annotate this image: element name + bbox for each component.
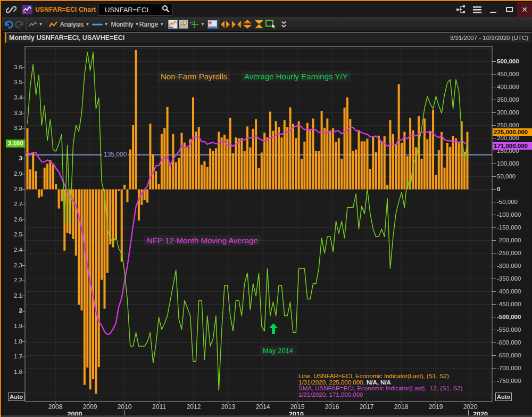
- nfp-bar: [426, 139, 428, 189]
- nfp-bar: [32, 152, 34, 189]
- chevron-down-icon: ▼: [39, 22, 43, 27]
- right-axis-label: -550,000: [497, 326, 521, 333]
- right-axis-label: 100,000: [497, 160, 519, 167]
- nfp-bar: [452, 136, 454, 189]
- chart-mode-icon[interactable]: [167, 17, 179, 31]
- compress-horizontal-icon[interactable]: [231, 17, 242, 31]
- maximize-button[interactable]: [501, 2, 517, 17]
- nfp-bar: [212, 151, 214, 190]
- chart-area[interactable]: 3.63.53.43.33.23.132.92.82.72.62.52.42.3…: [4, 32, 532, 417]
- annotation-avg-hourly-earnings[interactable]: Average Hourly Earnings Y/Y: [241, 71, 351, 81]
- interval-dropdown[interactable]: Monthly ▼: [110, 17, 140, 31]
- right-axis-label: 450,000: [497, 71, 519, 77]
- nfp-bar: [249, 148, 251, 190]
- left-axis-label: 2.8: [9, 186, 22, 192]
- crosshair-dropdown[interactable]: ▼: [189, 17, 206, 31]
- nfp-bar: [378, 136, 380, 190]
- x-axis-year-label: 2016: [325, 403, 339, 411]
- compress-vertical-icon[interactable]: [254, 17, 264, 31]
- add-window-icon[interactable]: [206, 17, 218, 31]
- nfp-bar: [78, 190, 80, 305]
- right-axis-auto-button[interactable]: Auto: [495, 393, 512, 401]
- minimize-button[interactable]: [485, 2, 501, 17]
- x-axis-year-label: 2015: [290, 403, 305, 411]
- nfp-bar: [58, 190, 60, 209]
- search-input[interactable]: [98, 6, 159, 14]
- x-axis-year-label: 2012: [187, 403, 201, 411]
- nfp-bar: [118, 190, 120, 191]
- nfp-bar: [369, 169, 371, 189]
- nfp-bar: [66, 190, 69, 233]
- line-style-dropdown[interactable]: ▼: [90, 17, 110, 31]
- nfp-bar: [269, 112, 271, 190]
- left-axis-label: 3: [9, 155, 22, 161]
- right-axis-label: -750,000: [497, 378, 521, 384]
- right-axis-bar-last-value-badge: 225,000.000: [493, 128, 532, 136]
- title-bar: USNFAR=ECI Chart: [2, 2, 532, 17]
- chart-pan-icon[interactable]: [178, 17, 189, 31]
- nfp-bar: [75, 190, 77, 256]
- nfp-bar: [301, 159, 303, 189]
- analysis-dropdown[interactable]: Analysis ▼: [48, 17, 90, 31]
- menu-icon[interactable]: [469, 2, 485, 17]
- chart-type-dropdown[interactable]: ▼: [28, 17, 44, 31]
- annotation-may-2014[interactable]: May 2014: [260, 346, 296, 355]
- nfp-bar: [98, 190, 100, 367]
- nfp-bar: [432, 110, 434, 190]
- right-axis-label: 300,000: [497, 109, 519, 116]
- right-axis-label: -500,000: [497, 314, 521, 320]
- left-axis-label: 2.3: [9, 262, 22, 268]
- nfp-bar: [292, 124, 294, 190]
- expand-horizontal-icon[interactable]: [220, 17, 230, 31]
- annotation-non-farm-payrolls[interactable]: Non-Farm Payrolls: [157, 71, 230, 81]
- search-icon[interactable]: [159, 5, 172, 14]
- nfp-bar: [195, 132, 197, 189]
- left-axis-auto-button[interactable]: Auto: [8, 393, 24, 401]
- nfp-bar: [158, 184, 160, 189]
- nfp-bar: [444, 168, 446, 190]
- range-dropdown[interactable]: Range ▼: [139, 17, 164, 31]
- x-axis-year-label: 2010: [118, 403, 132, 411]
- nfp-bar: [27, 128, 29, 190]
- annotation-nfp-moving-average[interactable]: NFP 12-Month Moving Average: [144, 235, 261, 246]
- left-axis-label: 3.4: [9, 94, 22, 101]
- nfp-bar: [458, 142, 460, 190]
- nfp-bar: [112, 190, 114, 248]
- chevron-down-icon: ▼: [104, 22, 109, 27]
- close-button[interactable]: ✕: [517, 2, 532, 17]
- plot-canvas[interactable]: [4, 32, 532, 417]
- nfp-bar: [329, 130, 331, 189]
- nfp-bar: [352, 151, 354, 189]
- nfp-bar: [318, 151, 320, 190]
- nfp-bar: [246, 126, 248, 189]
- expand-vertical-icon[interactable]: [242, 17, 253, 31]
- right-axis-label: 0: [497, 186, 500, 192]
- more-tools-chevron[interactable]: [279, 17, 288, 31]
- redo-button[interactable]: [14, 17, 24, 31]
- workspace-link-icon[interactable]: [453, 2, 469, 17]
- link-icon[interactable]: [4, 2, 18, 17]
- nfp-bar: [355, 150, 357, 190]
- undo-button[interactable]: [3, 17, 14, 31]
- nfp-bar: [358, 130, 360, 189]
- nfp-bar: [146, 190, 148, 203]
- nfp-bar: [429, 132, 431, 190]
- nfp-bar: [238, 138, 240, 190]
- nfp-bar: [95, 190, 97, 394]
- nfp-bar: [440, 132, 443, 190]
- nfp-bar: [192, 97, 194, 190]
- nfp-bar: [138, 190, 140, 221]
- search-box[interactable]: [98, 4, 172, 15]
- nfp-bar: [278, 127, 280, 190]
- zoom-select-icon[interactable]: [264, 17, 277, 31]
- nfp-bar: [335, 142, 337, 189]
- nfp-bar: [52, 165, 54, 190]
- left-axis-last-value-badge: 3.100: [6, 140, 25, 148]
- right-axis-label: 50,000: [497, 173, 516, 179]
- annotation-hline-value[interactable]: 135,000: [102, 151, 128, 158]
- chevron-down-icon: ▼: [135, 22, 139, 27]
- left-axis-label: 2.5: [9, 231, 22, 238]
- left-axis-label: 2.6: [9, 216, 22, 223]
- up-arrow-icon[interactable]: [269, 323, 278, 335]
- nfp-bar: [101, 190, 103, 280]
